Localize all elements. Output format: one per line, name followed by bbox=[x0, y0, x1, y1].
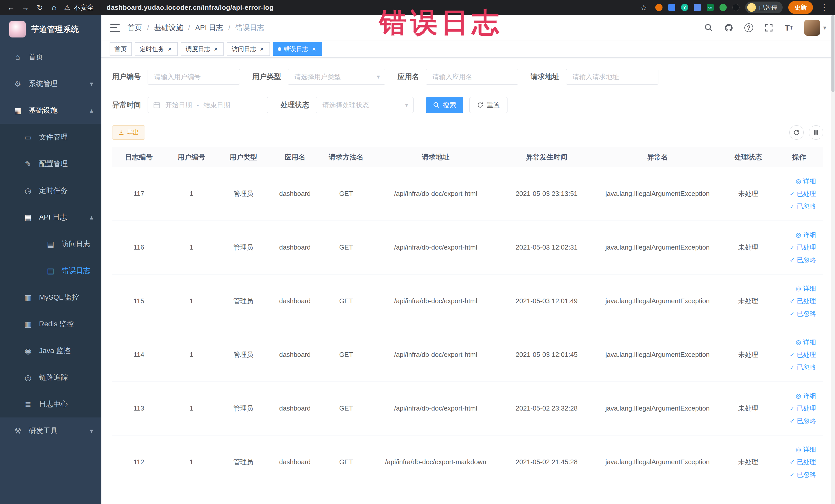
detail-link[interactable]: ◎详细 bbox=[796, 284, 816, 293]
request-url-input[interactable] bbox=[566, 69, 658, 85]
fullscreen-icon[interactable] bbox=[764, 23, 773, 32]
check-icon: ✓ bbox=[790, 471, 795, 478]
github-icon[interactable] bbox=[724, 23, 733, 32]
app-logo[interactable]: 芋道管理系统 bbox=[0, 15, 101, 44]
back-icon[interactable]: ← bbox=[5, 2, 17, 13]
browser-home-icon[interactable]: ⌂ bbox=[48, 2, 60, 13]
export-button[interactable]: 导出 bbox=[112, 125, 145, 140]
extension-icon[interactable] bbox=[719, 4, 727, 11]
breadcrumb-item[interactable]: API 日志 bbox=[195, 23, 223, 33]
user-id-input[interactable] bbox=[148, 69, 240, 85]
mark-processed-link[interactable]: ✓已处理 bbox=[790, 350, 816, 359]
extensions-puzzle-icon[interactable] bbox=[732, 4, 739, 11]
detail-link[interactable]: ◎详细 bbox=[796, 445, 816, 454]
update-button[interactable]: 更新 bbox=[788, 1, 813, 14]
user-menu[interactable]: ▾ bbox=[804, 20, 826, 36]
mark-processed-link[interactable]: ✓已处理 bbox=[790, 297, 816, 305]
refresh-button[interactable] bbox=[789, 125, 804, 140]
column-header: 异常名 bbox=[593, 147, 721, 167]
search-button[interactable]: 搜索 bbox=[426, 97, 463, 113]
mark-processed-link[interactable]: ✓已处理 bbox=[790, 404, 816, 412]
tab-error-log[interactable]: 错误日志 × bbox=[273, 42, 322, 56]
sidebar-item-home[interactable]: ⌂ 首页 bbox=[0, 44, 101, 70]
browser-menu-icon[interactable]: ⋮ bbox=[819, 3, 830, 12]
mark-ignored-link[interactable]: ✓已忽略 bbox=[790, 417, 816, 425]
sidebar-item-file-manage[interactable]: ▭ 文件管理 bbox=[0, 124, 101, 150]
sidebar-item-redis-monitor[interactable]: ▥ Redis 监控 bbox=[0, 311, 101, 337]
monitor-icon: ▦ bbox=[12, 106, 23, 115]
page-scrollbar[interactable] bbox=[831, 15, 835, 504]
detail-link[interactable]: ◎详细 bbox=[796, 338, 816, 346]
sidebar-item-error-log[interactable]: ▤ 错误日志 bbox=[0, 257, 101, 284]
extension-icon[interactable]: on bbox=[707, 4, 714, 11]
sidebar-item-infra[interactable]: ▦ 基础设施 ▴ bbox=[0, 97, 101, 124]
reload-icon[interactable]: ↻ bbox=[34, 2, 46, 13]
table-row: 112 1 管理员 dashboard GET /api/infra/db-do… bbox=[112, 435, 823, 489]
font-size-icon[interactable]: TT bbox=[784, 23, 793, 32]
close-tab-icon[interactable]: × bbox=[311, 46, 317, 53]
user-type-select[interactable]: 请选择用户类型 ▾ bbox=[288, 69, 385, 85]
search-icon[interactable] bbox=[704, 23, 713, 32]
tab-access-log[interactable]: 访问日志 × bbox=[227, 42, 269, 56]
mark-ignored-link[interactable]: ✓已忽略 bbox=[790, 309, 816, 318]
scrollbar-thumb[interactable] bbox=[831, 15, 834, 92]
breadcrumb-item[interactable]: 首页 bbox=[127, 23, 142, 33]
sidebar-item-tracing[interactable]: ◎ 链路追踪 bbox=[0, 364, 101, 391]
forward-icon[interactable]: → bbox=[20, 2, 31, 13]
tab-scheduled-tasks[interactable]: 定时任务 × bbox=[135, 42, 178, 56]
status-badge: 未处理 bbox=[721, 435, 775, 489]
mark-ignored-link[interactable]: ✓已忽略 bbox=[790, 363, 816, 371]
mark-ignored-link[interactable]: ✓已忽略 bbox=[790, 256, 816, 264]
extension-icon[interactable] bbox=[655, 4, 663, 11]
close-tab-icon[interactable]: × bbox=[167, 46, 173, 53]
sidebar-item-log-center[interactable]: ≣ 日志中心 bbox=[0, 391, 101, 418]
bookmark-star-icon[interactable]: ☆ bbox=[638, 2, 650, 13]
mark-ignored-link[interactable]: ✓已忽略 bbox=[790, 202, 816, 210]
tab-home[interactable]: 首页 bbox=[109, 42, 132, 56]
app-name-input[interactable] bbox=[426, 69, 518, 85]
column-header: 用户类型 bbox=[218, 147, 269, 167]
detail-link[interactable]: ◎详细 bbox=[796, 230, 816, 239]
filter-user-id: 用户编号 bbox=[112, 69, 240, 85]
detail-link[interactable]: ◎详细 bbox=[796, 177, 816, 185]
process-status-select[interactable]: 请选择处理状态 ▾ bbox=[316, 97, 413, 113]
check-icon: ✓ bbox=[790, 257, 795, 264]
breadcrumb-item[interactable]: 基础设施 bbox=[154, 23, 183, 33]
detail-link[interactable]: ◎详细 bbox=[796, 391, 816, 400]
date-range-picker[interactable]: 开始日期 - 结束日期 bbox=[148, 97, 268, 113]
mark-processed-link[interactable]: ✓已处理 bbox=[790, 458, 816, 466]
sidebar-item-java-monitor[interactable]: ◉ Java 监控 bbox=[0, 337, 101, 364]
sidebar-item-system[interactable]: ⚙ 系统管理 ▾ bbox=[0, 70, 101, 97]
address-bar[interactable]: ⚠ 不安全 dashboard.yudao.iocoder.cn/infra/l… bbox=[64, 3, 635, 12]
sidebar-item-dev-tools[interactable]: ⚒ 研发工具 ▾ bbox=[0, 418, 101, 444]
sidebar-item-api-logs[interactable]: ▤ API 日志 ▴ bbox=[0, 204, 101, 230]
extension-icon[interactable] bbox=[668, 4, 675, 11]
app-window: 芋道管理系统 ⌂ 首页 ⚙ 系统管理 ▾ ▦ 基础设施 ▴ ▭ 文件管理 ✎ bbox=[0, 15, 835, 504]
status-badge: 未处理 bbox=[721, 221, 775, 274]
mark-processed-link[interactable]: ✓已处理 bbox=[790, 189, 816, 198]
database-icon: ▥ bbox=[23, 293, 33, 302]
reset-button[interactable]: 重置 bbox=[469, 97, 507, 113]
mark-processed-link[interactable]: ✓已处理 bbox=[790, 243, 816, 251]
tab-schedule-log[interactable]: 调度日志 × bbox=[181, 42, 224, 56]
mark-ignored-link[interactable]: ✓已忽略 bbox=[790, 470, 816, 479]
docs-help-icon[interactable]: ? bbox=[744, 23, 753, 32]
close-tab-icon[interactable]: × bbox=[259, 46, 265, 53]
sidebar-item-config-manage[interactable]: ✎ 配置管理 bbox=[0, 150, 101, 177]
sidebar-item-scheduled-tasks[interactable]: ◷ 定时任务 bbox=[0, 177, 101, 204]
sidebar-item-mysql-monitor[interactable]: ▥ MySQL 监控 bbox=[0, 284, 101, 311]
sidebar-item-access-log[interactable]: ▤ 访问日志 bbox=[0, 230, 101, 257]
close-tab-icon[interactable]: × bbox=[213, 46, 219, 53]
extension-icon[interactable]: Y bbox=[681, 4, 688, 11]
sidebar-toggle-icon[interactable] bbox=[110, 24, 120, 32]
chevron-down-icon: ▾ bbox=[405, 101, 408, 108]
columns-icon bbox=[813, 129, 819, 136]
table-header-row: 日志编号 用户编号 用户类型 应用名 请求方法名 请求地址 异常发生时间 异常名… bbox=[112, 147, 823, 167]
filter-app-name: 应用名 bbox=[398, 69, 518, 85]
column-settings-button[interactable] bbox=[809, 125, 823, 140]
profile-button[interactable]: 已暂停 bbox=[745, 2, 782, 13]
extension-icon[interactable] bbox=[694, 4, 701, 11]
logo-image bbox=[9, 21, 26, 38]
status-badge: 未处理 bbox=[721, 274, 775, 328]
column-header: 操作 bbox=[775, 147, 823, 167]
